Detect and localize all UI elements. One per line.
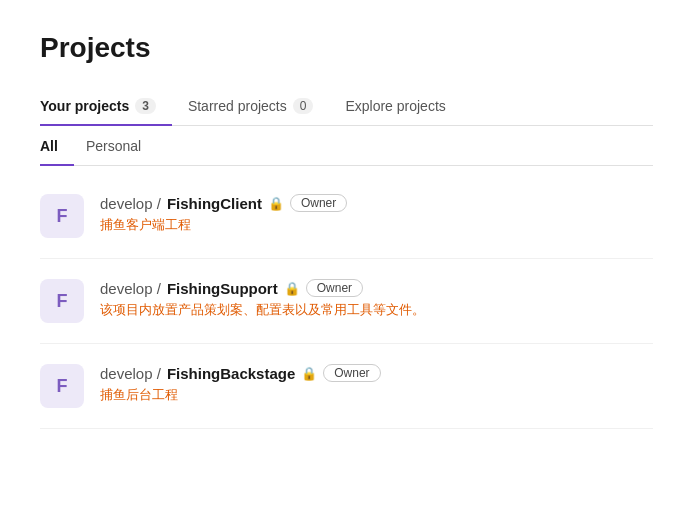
project-info-fishing-backstage: develop / FishingBackstage 🔒 Owner 捕鱼后台工… xyxy=(100,364,653,404)
project-list: F develop / FishingClient 🔒 Owner 捕鱼客户端工… xyxy=(40,174,653,429)
project-avatar-fishing-support: F xyxy=(40,279,84,323)
project-name-row-fishing-client: develop / FishingClient 🔒 Owner xyxy=(100,194,653,212)
lock-icon-fishing-backstage: 🔒 xyxy=(301,366,317,381)
tab-count-your-projects: 3 xyxy=(135,98,156,114)
project-name-row-fishing-support: develop / FishingSupport 🔒 Owner xyxy=(100,279,653,297)
page-title: Projects xyxy=(40,32,653,64)
project-item-fishing-support: F develop / FishingSupport 🔒 Owner 该项目内放… xyxy=(40,259,653,344)
project-item-fishing-client: F develop / FishingClient 🔒 Owner 捕鱼客户端工… xyxy=(40,174,653,259)
project-info-fishing-support: develop / FishingSupport 🔒 Owner 该项目内放置产… xyxy=(100,279,653,319)
tab-label-starred-projects: Starred projects xyxy=(188,98,287,114)
tab-explore-projects[interactable]: Explore projects xyxy=(345,88,461,126)
lock-icon-fishing-support: 🔒 xyxy=(284,281,300,296)
project-desc-fishing-support: 该项目内放置产品策划案、配置表以及常用工具等文件。 xyxy=(100,301,653,319)
project-name-row-fishing-backstage: develop / FishingBackstage 🔒 Owner xyxy=(100,364,653,382)
project-avatar-fishing-backstage: F xyxy=(40,364,84,408)
project-desc-fishing-backstage: 捕鱼后台工程 xyxy=(100,386,653,404)
tab-your-projects[interactable]: Your projects3 xyxy=(40,88,172,126)
main-tabs: Your projects3Starred projects0Explore p… xyxy=(40,88,653,126)
project-info-fishing-client: develop / FishingClient 🔒 Owner 捕鱼客户端工程 xyxy=(100,194,653,234)
tab-count-starred-projects: 0 xyxy=(293,98,314,114)
sub-tab-personal[interactable]: Personal xyxy=(86,128,157,166)
project-desc-fishing-client: 捕鱼客户端工程 xyxy=(100,216,653,234)
lock-icon-fishing-client: 🔒 xyxy=(268,196,284,211)
project-path-fishing-client: develop / xyxy=(100,195,161,212)
project-path-fishing-support: develop / xyxy=(100,280,161,297)
sub-tabs: AllPersonal xyxy=(40,126,653,166)
owner-badge-fishing-support: Owner xyxy=(306,279,363,297)
project-path-fishing-backstage: develop / xyxy=(100,365,161,382)
project-name-link-fishing-client[interactable]: FishingClient xyxy=(167,195,262,212)
tab-starred-projects[interactable]: Starred projects0 xyxy=(188,88,330,126)
sub-tab-label-all: All xyxy=(40,138,58,154)
project-avatar-fishing-client: F xyxy=(40,194,84,238)
project-name-link-fishing-support[interactable]: FishingSupport xyxy=(167,280,278,297)
sub-tab-all[interactable]: All xyxy=(40,128,74,166)
project-name-link-fishing-backstage[interactable]: FishingBackstage xyxy=(167,365,295,382)
tab-label-explore-projects: Explore projects xyxy=(345,98,445,114)
owner-badge-fishing-backstage: Owner xyxy=(323,364,380,382)
owner-badge-fishing-client: Owner xyxy=(290,194,347,212)
project-item-fishing-backstage: F develop / FishingBackstage 🔒 Owner 捕鱼后… xyxy=(40,344,653,429)
tab-label-your-projects: Your projects xyxy=(40,98,129,114)
sub-tab-label-personal: Personal xyxy=(86,138,141,154)
